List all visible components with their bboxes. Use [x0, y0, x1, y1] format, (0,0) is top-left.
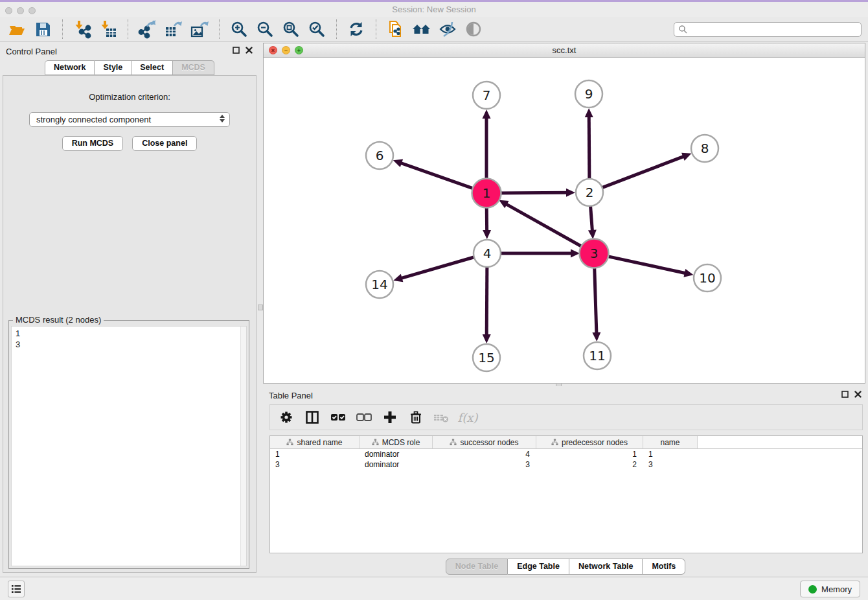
table-cell[interactable]: 1 — [536, 450, 643, 459]
column-header-predecessor-nodes[interactable]: predecessor nodes — [536, 436, 643, 448]
close-panel-button[interactable]: Close panel — [132, 136, 197, 151]
graph-node-label: 14 — [371, 277, 387, 292]
table-cell[interactable]: 1 — [270, 450, 360, 459]
mcds-result-area[interactable]: 1 3 — [11, 326, 247, 566]
table-cell[interactable]: dominator — [360, 450, 433, 459]
export-table-icon[interactable] — [161, 18, 187, 40]
zoom-selected-icon[interactable] — [304, 18, 330, 40]
table-cell[interactable]: 4 — [433, 450, 536, 459]
graph-edge-arrowhead — [483, 110, 491, 119]
table-cell[interactable]: 2 — [536, 460, 643, 469]
graph-edge-1-2[interactable] — [498, 192, 567, 193]
task-history-button[interactable] — [8, 581, 25, 597]
column-header-shared-name[interactable]: shared name — [270, 436, 360, 448]
mcds-result-box: MCDS result (2 nodes) 1 3 — [8, 320, 249, 569]
mcds-result-text: 1 3 — [12, 327, 246, 351]
zoom-fit-icon[interactable] — [278, 18, 304, 40]
graph-edge-arrowhead — [588, 230, 597, 239]
graph-edge-4-14[interactable] — [401, 257, 476, 279]
criterion-select-value: strongly connected component — [36, 115, 151, 124]
graph-node-label: 10 — [699, 270, 715, 286]
select-all-checkboxes-icon[interactable] — [327, 407, 349, 428]
memory-button[interactable]: Memory — [800, 581, 860, 597]
show-graphics-details-icon[interactable] — [461, 18, 486, 40]
add-row-icon[interactable] — [379, 407, 401, 428]
graph-edge-arrowhead — [393, 159, 403, 167]
clone-network-icon[interactable] — [383, 18, 409, 40]
table-panel: Table Panel — [263, 386, 868, 577]
clear-all-checkboxes-icon[interactable] — [353, 407, 375, 428]
import-table-icon[interactable] — [95, 18, 121, 40]
tab-style[interactable]: Style — [95, 60, 131, 75]
tab-network[interactable]: Network — [45, 60, 95, 75]
network-window: × − + scc.txt 1234678910111415 — [263, 43, 865, 384]
export-image-icon[interactable] — [187, 18, 212, 40]
tab-edge-table[interactable]: Edge Table — [508, 559, 569, 575]
column-header-MCDS-role[interactable]: MCDS role — [360, 436, 433, 448]
table-row[interactable]: 3dominator323 — [270, 459, 862, 470]
graph-edge-arrowhead — [483, 334, 491, 343]
show-columns-icon[interactable] — [301, 407, 323, 428]
run-mcds-button[interactable]: Run MCDS — [62, 136, 124, 151]
graph-edge-2-9[interactable] — [589, 116, 589, 181]
graph-edge-3-1[interactable] — [506, 204, 584, 248]
graph-edge-3-11[interactable] — [595, 265, 597, 334]
import-network-icon[interactable] — [69, 18, 95, 40]
delete-table-icon — [431, 407, 453, 428]
hide-graphics-icon[interactable] — [435, 18, 461, 40]
graph-edge-3-10[interactable] — [606, 256, 686, 273]
apply-layout-icon[interactable] — [343, 18, 369, 40]
table-cell[interactable]: 1 — [643, 450, 698, 459]
window-title: Session: New Session — [0, 5, 868, 14]
split-grabber[interactable] — [258, 305, 263, 310]
graph-node-label: 8 — [701, 141, 709, 156]
save-session-icon[interactable] — [30, 18, 56, 40]
network-window-title: scc.txt — [264, 45, 865, 55]
export-network-icon[interactable] — [135, 18, 161, 40]
zoom-out-icon[interactable] — [252, 18, 278, 40]
graph-edge-2-8[interactable] — [600, 156, 684, 188]
tab-select[interactable]: Select — [131, 60, 173, 75]
table-cell[interactable]: 3 — [433, 460, 536, 469]
close-panel-icon[interactable] — [246, 47, 253, 54]
table-cell[interactable]: dominator — [360, 460, 433, 469]
result-scrollbar[interactable] — [240, 327, 246, 566]
graph-edge-arrowhead — [585, 108, 593, 117]
table-settings-icon[interactable] — [275, 407, 297, 428]
node-table[interactable]: shared nameMCDS rolesuccessor nodesprede… — [269, 435, 863, 553]
graph-svg[interactable]: 1234678910111415 — [264, 58, 865, 383]
main-area: Control Panel Network Style Select MCDS … — [0, 42, 868, 577]
show-all-networks-icon[interactable] — [409, 18, 435, 40]
zoom-in-icon[interactable] — [226, 18, 252, 40]
column-header-successor-nodes[interactable]: successor nodes — [433, 436, 536, 448]
column-header-name[interactable]: name — [643, 436, 698, 448]
search-input[interactable] — [687, 25, 857, 34]
open-file-icon[interactable] — [4, 18, 30, 40]
graph-edge-4-15[interactable] — [486, 265, 487, 336]
function-builder-icon: f(x) — [457, 407, 479, 428]
tab-network-table[interactable]: Network Table — [569, 559, 643, 575]
select-stepper-icon — [220, 115, 225, 122]
graph-edge-arrowhead — [566, 189, 575, 197]
search-field[interactable] — [674, 22, 862, 37]
toolbar-separator — [128, 19, 135, 39]
graph-edge-1-6[interactable] — [400, 163, 475, 189]
network-canvas[interactable]: 1234678910111415 — [264, 58, 865, 383]
table-row[interactable]: 1dominator411 — [270, 449, 862, 459]
toolbar-separator — [219, 19, 226, 39]
tab-node-table[interactable]: Node Table — [446, 559, 508, 575]
tab-mcds[interactable]: MCDS — [173, 60, 214, 75]
graph-edge-arrowhead — [683, 269, 693, 277]
mcds-panel-body: Optimization criterion: strongly connect… — [3, 75, 257, 573]
graph-edge-2-3[interactable] — [590, 204, 592, 231]
delete-row-icon[interactable] — [405, 407, 427, 428]
criterion-select[interactable]: strongly connected component — [29, 112, 230, 127]
network-window-titlebar[interactable]: × − + scc.txt — [264, 43, 865, 58]
table-cell[interactable]: 3 — [270, 460, 360, 469]
graph-node-label: 9 — [585, 86, 593, 102]
float-panel-icon[interactable] — [233, 47, 240, 54]
table-cell[interactable]: 3 — [643, 460, 698, 469]
float-panel-icon[interactable] — [841, 391, 849, 398]
close-panel-icon[interactable] — [854, 391, 862, 398]
tab-motifs[interactable]: Motifs — [643, 559, 685, 575]
